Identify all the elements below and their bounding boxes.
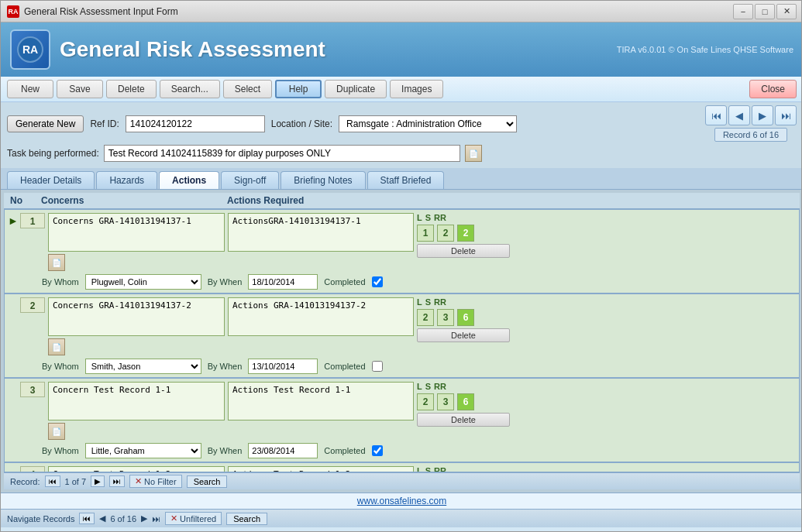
by-when-label: By When bbox=[208, 446, 243, 455]
tab-hazards[interactable]: Hazards bbox=[96, 171, 157, 189]
by-whom-label: By Whom bbox=[42, 277, 79, 287]
tab-briefing-notes[interactable]: Briefing Notes bbox=[281, 171, 365, 189]
main-content: No Concerns Actions Required ► 1 Concern… bbox=[1, 190, 802, 493]
completed-checkbox[interactable] bbox=[372, 276, 383, 287]
s-value[interactable]: 2 bbox=[437, 225, 454, 242]
help-button[interactable]: Help bbox=[275, 80, 322, 98]
rr-label: RR bbox=[434, 466, 446, 472]
by-whom-select[interactable]: Little, Graham bbox=[85, 443, 201, 458]
concern-input[interactable]: Concern Test Record 1-1 bbox=[48, 382, 225, 420]
rec-first-btn[interactable]: ⏮ bbox=[45, 475, 60, 487]
bottom-first-btn[interactable]: ⏮ bbox=[79, 513, 95, 524]
save-button[interactable]: Save bbox=[57, 80, 103, 98]
task-expand-button[interactable]: 📄 bbox=[465, 145, 482, 162]
concern-input[interactable]: Concerns GRA-141013194137-1 bbox=[48, 213, 225, 252]
by-whom-select[interactable]: Plugwell, Colin bbox=[85, 274, 201, 290]
s-value[interactable]: 3 bbox=[437, 393, 454, 410]
location-select[interactable]: Ramsgate : Administration Office bbox=[339, 115, 517, 132]
by-when-input[interactable] bbox=[248, 359, 318, 374]
concern-input[interactable]: Concerns GRA-141013194137-2 bbox=[48, 297, 225, 336]
rec-of-text: 1 of 7 bbox=[65, 477, 87, 486]
row-controls: L S RR 1 2 2 Delete bbox=[417, 213, 510, 258]
row-controls: L S RR 2 3 6 Delete bbox=[417, 382, 510, 427]
nav-prev-button[interactable]: ◀ bbox=[728, 105, 750, 125]
concern-expand-button[interactable]: 📄 bbox=[48, 423, 65, 440]
minimize-button[interactable]: − bbox=[733, 4, 753, 19]
tab-staff-briefed[interactable]: Staff Briefed bbox=[367, 171, 445, 189]
row-controls: L S RR bbox=[417, 466, 510, 472]
app-title: General Risk Assessment bbox=[60, 37, 608, 62]
delete-row-button[interactable]: Delete bbox=[417, 413, 510, 427]
completed-checkbox[interactable] bbox=[372, 445, 383, 456]
l-label: L bbox=[417, 213, 422, 222]
unfiltered-button[interactable]: ✕ Unfiltered bbox=[165, 512, 222, 525]
search-button[interactable]: Search... bbox=[160, 80, 220, 98]
nav-last-button[interactable]: ⏭ bbox=[775, 105, 797, 125]
window-title: General Risk Assessment Input Form bbox=[24, 6, 178, 17]
delete-button[interactable]: Delete bbox=[106, 80, 157, 98]
col-header-no: No bbox=[10, 195, 41, 206]
unfiltered-icon: ✕ bbox=[170, 513, 177, 523]
by-when-input[interactable] bbox=[248, 443, 318, 458]
concern-input[interactable]: Concern Test Record 1-2 bbox=[48, 466, 225, 472]
filter-x-icon: ✕ bbox=[135, 476, 142, 486]
rec-last-btn[interactable]: ⏭ bbox=[109, 475, 125, 487]
by-when-input[interactable] bbox=[248, 274, 318, 290]
action-input[interactable]: Actions Test Record 1-2 bbox=[228, 466, 414, 472]
table-search-button[interactable]: Search bbox=[187, 475, 228, 488]
rr-value[interactable]: 6 bbox=[457, 393, 474, 410]
row-number: 2 bbox=[20, 297, 45, 313]
row-number: 4 bbox=[20, 466, 45, 472]
rr-value[interactable]: 6 bbox=[457, 309, 474, 326]
no-filter-button[interactable]: ✕ No Filter bbox=[129, 475, 182, 488]
nav-next-button[interactable]: ▶ bbox=[752, 105, 773, 125]
website-link[interactable]: www.onsafelines.com bbox=[357, 496, 446, 506]
app-logo: RA bbox=[10, 29, 50, 70]
tab-header-details[interactable]: Header Details bbox=[7, 171, 95, 189]
ref-id-input[interactable] bbox=[126, 115, 265, 132]
new-button[interactable]: New bbox=[7, 80, 53, 98]
bottom-record-of: 6 of 16 bbox=[110, 514, 136, 523]
l-value[interactable]: 1 bbox=[417, 225, 434, 242]
concern-expand-button[interactable]: 📄 bbox=[48, 338, 65, 355]
delete-row-button[interactable]: Delete bbox=[417, 328, 510, 342]
row-arrow: ► bbox=[8, 213, 17, 228]
row-number: 1 bbox=[20, 213, 45, 228]
delete-row-button[interactable]: Delete bbox=[417, 244, 510, 258]
images-button[interactable]: Images bbox=[390, 80, 443, 98]
s-label: S bbox=[425, 213, 431, 222]
duplicate-button[interactable]: Duplicate bbox=[325, 80, 387, 98]
rec-next-btn[interactable]: ▶ bbox=[91, 475, 105, 487]
by-whom-label: By Whom bbox=[42, 362, 79, 371]
tab-actions[interactable]: Actions bbox=[159, 171, 219, 189]
col-header-lsr bbox=[444, 195, 545, 206]
action-input[interactable]: Actions GRA-141013194137-2 bbox=[228, 297, 414, 336]
task-label: Task being performed: bbox=[7, 148, 99, 159]
completed-checkbox[interactable] bbox=[372, 361, 383, 372]
rr-value[interactable]: 2 bbox=[457, 225, 474, 242]
concern-expand-button[interactable]: 📄 bbox=[48, 254, 65, 271]
table-status-bar: Record: ⏮ 1 of 7 ▶ ⏭ ✕ No Filter Search bbox=[4, 472, 800, 489]
location-label: Location / Site: bbox=[271, 118, 332, 129]
s-value[interactable]: 3 bbox=[437, 309, 454, 326]
nav-first-button[interactable]: ⏮ bbox=[705, 105, 727, 125]
l-value[interactable]: 2 bbox=[417, 309, 434, 326]
window-close-button[interactable]: ✕ bbox=[776, 4, 797, 19]
select-button[interactable]: Select bbox=[223, 80, 272, 98]
task-input[interactable] bbox=[104, 145, 460, 162]
close-button[interactable]: Close bbox=[749, 80, 797, 98]
completed-label: Completed bbox=[324, 277, 365, 287]
s-label: S bbox=[425, 382, 431, 391]
bottom-search-button[interactable]: Search bbox=[226, 513, 267, 525]
l-value[interactable]: 2 bbox=[417, 393, 434, 410]
action-input[interactable]: ActionsGRA-141013194137-1 bbox=[228, 213, 414, 252]
generate-new-button[interactable]: Generate New bbox=[7, 115, 84, 132]
maximize-button[interactable]: □ bbox=[755, 4, 775, 19]
table-row: 3 Concern Test Record 1-1 📄 Actions Test… bbox=[5, 379, 799, 463]
bottom-fwd: ▶ bbox=[141, 513, 147, 523]
by-when-label: By When bbox=[208, 362, 243, 371]
by-whom-select[interactable]: Smith, Jason bbox=[85, 359, 201, 374]
tab-sign-off[interactable]: Sign-off bbox=[221, 171, 279, 189]
rr-label: RR bbox=[434, 382, 446, 391]
action-input[interactable]: Actions Test Record 1-1 bbox=[228, 382, 414, 420]
